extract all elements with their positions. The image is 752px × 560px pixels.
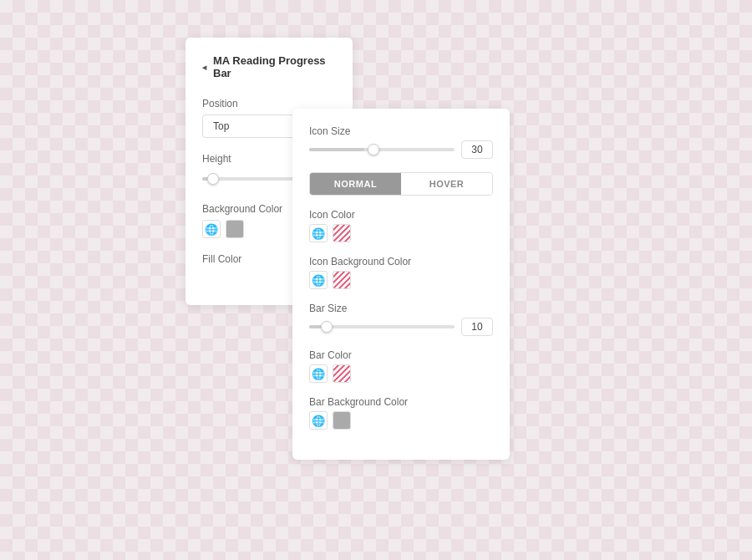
tab-hover[interactable]: HOVER [401, 173, 492, 195]
bar-bg-color-global-button[interactable]: 🌐 [309, 411, 328, 430]
panel-title-text: MA Reading Progress Bar [213, 54, 336, 79]
bar-bg-color-label: Bar Background Color [309, 396, 493, 408]
bar-bg-color-field: Bar Background Color 🌐 [309, 396, 493, 430]
bar-size-slider-fill [309, 325, 321, 328]
icon-color-field: Icon Color 🌐 [309, 209, 493, 242]
bar-color-global-button[interactable]: 🌐 [309, 364, 328, 383]
icon-bg-color-swatch[interactable] [333, 271, 351, 289]
icon-color-controls: 🌐 [309, 224, 493, 242]
bar-bg-color-swatch[interactable] [333, 411, 351, 430]
icon-size-field: Icon Size [309, 125, 493, 159]
icon-bg-color-controls: 🌐 [309, 271, 493, 289]
icon-bg-color-label: Icon Background Color [309, 256, 493, 267]
icon-size-label: Icon Size [309, 125, 493, 137]
height-slider-track[interactable] [202, 177, 297, 181]
icon-size-slider-track[interactable] [309, 148, 455, 151]
bar-size-slider-track[interactable] [309, 325, 455, 328]
icon-bg-color-global-button[interactable]: 🌐 [309, 271, 328, 289]
bg-color-swatch[interactable] [226, 220, 244, 238]
bar-color-field: Bar Color 🌐 [309, 349, 493, 383]
bar-size-slider-thumb[interactable] [321, 321, 333, 333]
icon-size-slider-thumb[interactable] [368, 144, 379, 155]
bar-bg-color-controls: 🌐 [309, 411, 493, 430]
right-panel: Icon Size NORMAL HOVER Icon Color 🌐 Icon… [292, 109, 510, 460]
bar-color-controls: 🌐 [309, 364, 493, 383]
icon-color-swatch[interactable] [333, 224, 351, 242]
bar-color-label: Bar Color [309, 349, 493, 361]
bar-color-swatch[interactable] [333, 364, 351, 383]
bar-size-slider-row [309, 318, 493, 336]
bar-size-label: Bar Size [309, 303, 493, 314]
height-slider-thumb[interactable] [207, 173, 219, 185]
icon-size-slider-fill [309, 148, 364, 151]
bg-color-global-button[interactable]: 🌐 [202, 220, 221, 238]
normal-hover-tabs: NORMAL HOVER [309, 172, 493, 196]
position-label: Position [202, 98, 336, 109]
bar-size-field: Bar Size [309, 303, 493, 336]
icon-color-label: Icon Color [309, 209, 493, 221]
icon-color-global-button[interactable]: 🌐 [309, 224, 328, 242]
icon-size-slider-row [309, 140, 493, 159]
panel-title: ◂ MA Reading Progress Bar [202, 54, 336, 79]
icon-bg-color-field: Icon Background Color 🌐 [309, 256, 493, 289]
tab-normal[interactable]: NORMAL [310, 173, 401, 195]
bar-size-input[interactable] [461, 318, 493, 336]
collapse-icon[interactable]: ◂ [202, 63, 206, 72]
icon-size-input[interactable] [461, 140, 493, 159]
